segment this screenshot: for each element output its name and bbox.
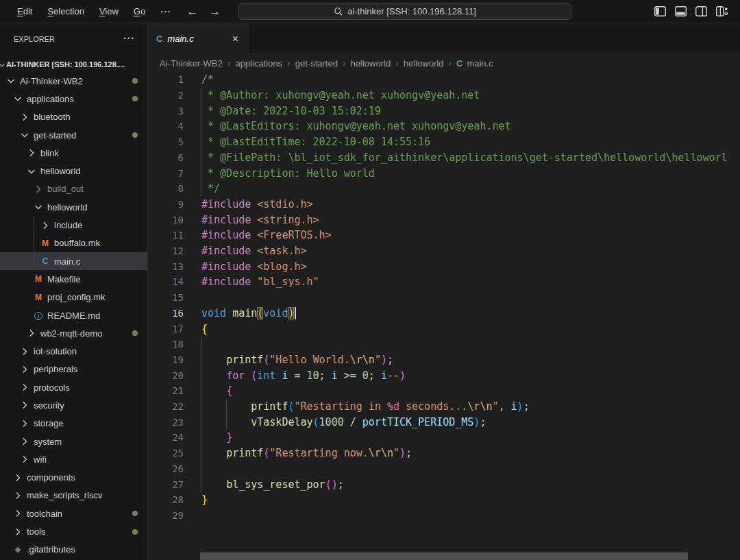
code-line-15[interactable]: 15 [148, 290, 740, 306]
menu-item-selection[interactable]: Selection [41, 3, 90, 19]
line-number[interactable]: 24 [148, 432, 184, 443]
menu-item-view[interactable]: View [93, 3, 125, 19]
code-line-8[interactable]: 8 */ [148, 181, 740, 197]
tree-item-applications[interactable]: applications [0, 90, 148, 108]
code-line-21[interactable]: 21 { [148, 383, 740, 399]
code-line-25[interactable]: 25 printf("Restarting now.\r\n"); [148, 446, 740, 461]
code-line-10[interactable]: 10#include <string.h> [148, 212, 740, 228]
code-line-11[interactable]: 11#include <FreeRTOS.h> [148, 228, 740, 243]
tree-item-build-out[interactable]: build_out [0, 180, 148, 198]
tree-item-gitattributes[interactable]: ◆.gitattributes [0, 541, 148, 559]
tree-item-peripherals[interactable]: peripherals [0, 361, 148, 378]
code-line-22[interactable]: 22 printf("Restarting in %d seconds...\r… [148, 399, 740, 415]
line-number[interactable]: 26 [148, 463, 184, 474]
line-number[interactable]: 18 [148, 339, 184, 350]
line-number[interactable]: 4 [148, 121, 184, 132]
line-number[interactable]: 12 [148, 245, 184, 256]
horizontal-scrollbar[interactable] [200, 552, 688, 560]
tree-item-get-started[interactable]: get-started [0, 126, 148, 144]
tree-item-components[interactable]: components [0, 469, 148, 487]
breadcrumb-item-ai-thinker-wb2-0[interactable]: Ai-Thinker-WB2 [160, 58, 223, 69]
tree-item-bluetooth[interactable]: bluetooth [0, 108, 148, 126]
toggle-secondary-sidebar-icon[interactable] [695, 6, 707, 16]
explorer-more-actions-icon[interactable]: ··· [123, 33, 135, 44]
breadcrumb-item-file[interactable]: Cmain.c [456, 58, 493, 69]
tree-item-system[interactable]: system [0, 433, 148, 450]
line-number[interactable]: 20 [148, 370, 184, 381]
line-number[interactable]: 21 [148, 385, 184, 396]
line-number[interactable]: 15 [148, 292, 184, 303]
line-number[interactable]: 23 [148, 417, 184, 428]
code-line-26[interactable]: 26 [148, 461, 740, 477]
code-line-16[interactable]: 16void main(void) [148, 306, 740, 321]
command-center[interactable]: ai-thinker [SSH: 100.196.128.11] [238, 3, 571, 20]
customize-layout-icon[interactable] [716, 6, 728, 16]
code-line-24[interactable]: 24 } [148, 430, 740, 446]
code-line-28[interactable]: 28} [148, 492, 740, 508]
code-line-3[interactable]: 3 * @Date: 2022-10-03 15:02:19 [148, 103, 740, 119]
tree-item-blink[interactable]: blink [0, 144, 148, 162]
code-line-14[interactable]: 14#include "bl_sys.h" [148, 274, 740, 290]
code-line-20[interactable]: 20 for (int i = 10; i >= 0; i--) [148, 367, 740, 383]
code-line-17[interactable]: 17{ [148, 321, 740, 337]
tree-item-tools[interactable]: tools [0, 522, 148, 540]
tree-item-storage[interactable]: storage [0, 415, 148, 433]
code-line-19[interactable]: 19 printf("Hello World.\r\n"); [148, 352, 740, 368]
tree-item-helloworld[interactable]: helloworld [0, 162, 148, 180]
tree-item-toolchain[interactable]: toolchain [0, 504, 148, 522]
tree-item-iot-solution[interactable]: iot-solution [0, 342, 148, 360]
menu-overflow-icon[interactable]: ··· [154, 3, 177, 19]
line-number[interactable]: 1 [148, 74, 184, 85]
line-number[interactable]: 25 [148, 448, 184, 459]
tree-item-wifi[interactable]: wifi [0, 450, 148, 468]
tree-item-readme-md[interactable]: iREADME.md [0, 306, 148, 324]
line-number[interactable]: 22 [148, 401, 184, 412]
line-number[interactable]: 16 [148, 308, 184, 319]
code-line-6[interactable]: 6 * @FilePath: \bl_iot_sdk_for_aithinker… [148, 150, 740, 166]
tree-item-include[interactable]: include [0, 216, 148, 234]
line-number[interactable]: 7 [148, 168, 184, 179]
toggle-primary-sidebar-icon[interactable] [654, 6, 666, 16]
code-line-27[interactable]: 27 bl_sys_reset_por(); [148, 476, 740, 492]
tree-item-main-c[interactable]: Cmain.c [0, 252, 148, 270]
menu-item-edit[interactable]: Edit [11, 3, 38, 19]
line-number[interactable]: 2 [148, 90, 184, 101]
code-line-9[interactable]: 9#include <stdio.h> [148, 197, 740, 212]
breadcrumb-item-applications-1[interactable]: applications [235, 58, 282, 69]
tree-item-proj-config-mk[interactable]: Mproj_config.mk [0, 289, 148, 306]
breadcrumb-item-helloworld-3[interactable]: helloworld [351, 58, 391, 69]
toggle-panel-icon[interactable] [675, 6, 687, 16]
line-number[interactable]: 19 [148, 354, 184, 365]
tree-item-protocols[interactable]: protocols [0, 378, 148, 396]
tree-item-makefile[interactable]: MMakefile [0, 270, 148, 288]
menu-item-go[interactable]: Go [127, 3, 151, 19]
code-line-1[interactable]: 1/* [148, 72, 740, 88]
code-line-2[interactable]: 2 * @Author: xuhongv@yeah.net xuhongv@ye… [148, 88, 740, 104]
code-line-29[interactable]: 29 [148, 508, 740, 524]
line-number[interactable]: 14 [148, 276, 184, 287]
breadcrumb-item-get-started-2[interactable]: get-started [295, 58, 338, 69]
code-line-23[interactable]: 23 vTaskDelay(1000 / portTICK_PERIOD_MS)… [148, 414, 740, 430]
line-number[interactable]: 9 [148, 199, 184, 210]
code-editor[interactable]: 1/*2 * @Author: xuhongv@yeah.net xuhongv… [148, 72, 740, 560]
tree-item-wb2-mqtt-demo[interactable]: wb2-mqtt-demo [0, 324, 148, 342]
line-number[interactable]: 11 [148, 230, 184, 241]
tree-item-ai-thinker-wb2[interactable]: Ai-Thinker-WB2 [0, 72, 148, 90]
line-number[interactable]: 27 [148, 479, 184, 490]
line-number[interactable]: 5 [148, 136, 184, 147]
back-arrow-icon[interactable]: ← [186, 5, 198, 19]
tab-close-icon[interactable]: × [231, 33, 240, 45]
code-line-12[interactable]: 12#include <task.h> [148, 243, 740, 259]
line-number[interactable]: 8 [148, 183, 184, 194]
line-number[interactable]: 3 [148, 106, 184, 117]
tree-item-bouffalo-mk[interactable]: Mbouffalo.mk [0, 234, 148, 252]
code-line-18[interactable]: 18 [148, 337, 740, 352]
tree-item-helloworld[interactable]: helloworld [0, 198, 148, 216]
code-line-5[interactable]: 5 * @LastEditTime: 2022-10-08 14:55:16 [148, 134, 740, 150]
tab-main-c[interactable]: C main.c × [148, 23, 249, 54]
line-number[interactable]: 17 [148, 324, 184, 334]
code-line-13[interactable]: 13#include <blog.h> [148, 258, 740, 274]
code-line-7[interactable]: 7 * @Description: Hello world [148, 165, 740, 181]
breadcrumb-item-helloworld-4[interactable]: helloworld [404, 58, 444, 69]
tree-item-security[interactable]: security [0, 396, 148, 414]
